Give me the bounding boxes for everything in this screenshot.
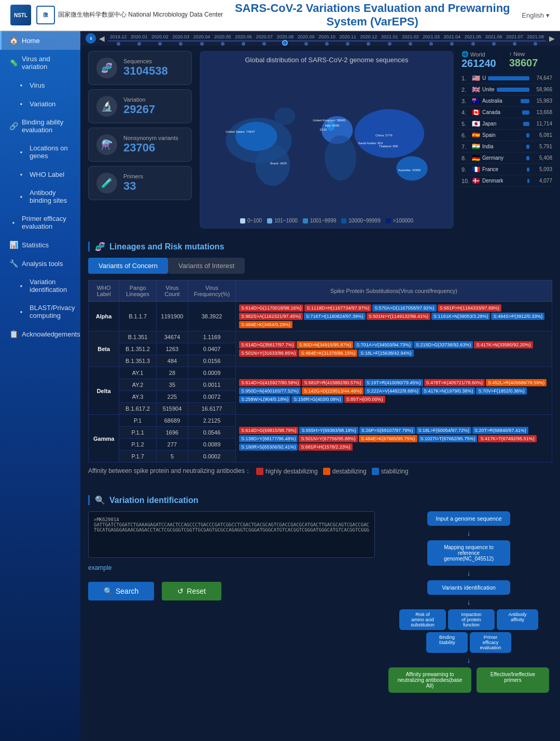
pango-cell: P.1 <box>119 415 157 427</box>
sidebar-item-acknowledgements[interactable]: 📋 Acknowledgements <box>0 325 80 343</box>
col-spike: Spike Protein Substitutions(Virus count/… <box>236 281 552 302</box>
spike-chip-6: S:142G>D(229513/44.46%) <box>302 387 363 395</box>
timeline-dot-11[interactable] <box>338 38 358 48</box>
spike-chip-0: S:614D>G(415927/80.58%) <box>239 379 301 386</box>
language-selector[interactable]: English ▾ <box>522 11 550 19</box>
sidebar-item-binding-ability[interactable]: 🔗 Binding ability evaluation <box>0 113 80 139</box>
example-link[interactable]: example <box>88 564 375 571</box>
spike-chip-1: S:681P>R(415882/80.57%) <box>302 379 363 386</box>
freq-cell: 16.6177 <box>188 403 235 415</box>
rank-count-9: 4,077 <box>531 178 552 184</box>
svg-text:Brazil: 3425: Brazil: 3425 <box>270 162 287 165</box>
sidebar-label-variation: Variation <box>30 100 55 108</box>
sidebar-label-statistics: Statistics <box>22 241 49 249</box>
sequences-card: 🧬 Sequences 3104538 <box>88 51 192 85</box>
affinity-legend: Affinity between spike protein and neutr… <box>88 463 552 480</box>
table-row: BetaB.1.351346741.1169S:614D>G(35617/97.… <box>89 331 552 343</box>
rank-bar-4 <box>523 122 529 126</box>
stats-map-section: 🧬 Sequences 3104538 🔬 Variation 29267 <box>80 46 560 234</box>
timeline-dot-0[interactable] <box>108 38 129 48</box>
freq-cell: 0.0011 <box>188 379 235 391</box>
pango-cell: B.1.351.2 <box>119 343 157 355</box>
rank-bar-6 <box>526 145 529 149</box>
sidebar-item-analysis-tools[interactable]: 🔧 Analysis tools <box>0 254 80 273</box>
home-icon: 🏠 <box>9 36 18 45</box>
timeline-dot-7[interactable] <box>254 38 275 48</box>
timeline-dot-20[interactable] <box>525 38 546 48</box>
variation-label: Variation <box>123 96 155 103</box>
timeline-dot-14[interactable] <box>400 38 421 48</box>
ranking-row-4: 5. 🇯🇵 Japan 11,714 <box>461 118 552 130</box>
stabilizing-label: stabilizing <box>381 468 409 475</box>
sequences-icon: 🧬 <box>96 58 117 78</box>
timeline-dot-13[interactable] <box>379 38 400 48</box>
timeline-prev[interactable]: ◀ <box>99 34 105 43</box>
rank-count-1: 58,966 <box>531 87 552 92</box>
genome-input-area: >MK629014GATTGATCTGGATCTGAAAGAGATCCAACTC… <box>88 511 375 693</box>
reset-button[interactable]: ↺ Reset <box>162 582 221 600</box>
flow-node-mapping: Mapping sequence toreference genome(NC_0… <box>427 540 510 566</box>
sidebar-item-variation-id[interactable]: ● Variation identification <box>0 273 80 299</box>
sidebar-item-variation[interactable]: ● Variation <box>0 94 80 113</box>
nmdc-logo-icon: 微 <box>36 6 55 24</box>
timeline-dot-17[interactable] <box>463 38 483 48</box>
timeline-dot-19[interactable] <box>504 38 525 48</box>
freq-cell: 2.2125 <box>188 415 235 427</box>
new-icon: ↑ <box>509 51 512 57</box>
timeline-dot-18[interactable] <box>483 38 504 48</box>
sidebar-item-locations[interactable]: ● Locations on genes <box>0 139 80 165</box>
timeline-dot-9[interactable] <box>296 38 316 48</box>
freq-cell: 0.0156 <box>188 355 235 367</box>
search-button[interactable]: 🔍 Search <box>88 582 154 600</box>
sidebar-item-home[interactable]: 🏠 Home <box>0 31 80 50</box>
timeline-dot-6[interactable] <box>233 38 254 48</box>
world-map: Global distribution of SARS-CoV-2 genome… <box>200 51 454 229</box>
sidebar-item-primer-efficacy[interactable]: ● Primer efficacy evaluation <box>0 209 80 235</box>
timeline-dot-8[interactable] <box>275 38 296 48</box>
sidebar-item-virus-variation[interactable]: 🦠 Virus and variation <box>0 50 80 76</box>
genome-text-input[interactable]: >MK629014GATTGATCTGGATCTGAAAGAGATCCAACTC… <box>88 511 375 558</box>
flow-node-input: Input a genome sequence <box>427 511 510 526</box>
tab-variants-interest[interactable]: Variants of Interest <box>168 258 245 274</box>
rank-num-1: 2. <box>461 87 470 93</box>
play-button[interactable]: ⏸ <box>86 33 96 44</box>
rank-bar-8 <box>527 167 529 172</box>
sidebar-label-virus-variation: Virus and variation <box>22 55 73 71</box>
rank-country-8: France <box>482 166 525 172</box>
spike-chip-3: S:18L>F(60054/97.72%) <box>416 427 471 434</box>
sidebar-item-blast[interactable]: ● BLAST/Privacy computing <box>0 299 80 325</box>
rankings-header: 🌐 World 261240 ↑ New 38607 <box>461 51 552 69</box>
sidebar-item-who-label[interactable]: ● WHO Label <box>0 165 80 184</box>
count-cell: 34674 <box>156 331 188 343</box>
rank-count-5: 6,081 <box>531 132 552 138</box>
header: NSTL 微 国家微生物科学数据中心 National Microbiology… <box>0 0 560 31</box>
timeline-next[interactable]: ▶ <box>549 34 555 43</box>
flow-node-binding: BindingStability <box>426 632 468 653</box>
freq-cell: 1.1169 <box>188 331 235 343</box>
timeline-dot-5[interactable] <box>212 38 233 48</box>
rank-count-4: 11,714 <box>531 121 552 127</box>
timeline-dot-4[interactable] <box>191 38 212 48</box>
rank-num-3: 4. <box>461 109 470 116</box>
timeline-dot-2[interactable] <box>149 38 170 48</box>
rank-country-2: Australia <box>482 98 519 104</box>
timeline-dot-3[interactable] <box>171 38 191 48</box>
timeline-dot-15[interactable] <box>421 38 442 48</box>
primers-value: 33 <box>123 179 143 193</box>
timeline-dot-10[interactable] <box>316 38 337 48</box>
svg-text:China: 2779: China: 2779 <box>375 134 393 137</box>
sidebar-item-statistics[interactable]: 📊 Statistics <box>0 235 80 254</box>
timeline-dot-12[interactable] <box>358 38 379 48</box>
rank-count-6: 5,791 <box>531 144 552 149</box>
sidebar-item-antibody[interactable]: ● Antibody binding sites <box>0 184 80 209</box>
rank-count-2: 15,983 <box>531 98 552 104</box>
timeline-dot-16[interactable] <box>442 38 463 48</box>
spike-chip-4: S:417K>N(33580/92.20%) <box>474 341 533 348</box>
sidebar-item-virus[interactable]: ● Virus <box>0 76 80 94</box>
tab-variants-concern[interactable]: Variants of Concern <box>88 258 168 274</box>
timeline-dot-1[interactable] <box>129 38 149 48</box>
spike-chip-4: S:452L>R(405686/78.59%) <box>486 379 547 386</box>
spike-chip-2: S:26P>S(69107/97.79%) <box>359 427 415 434</box>
rank-flag-5: 🇪🇸 <box>472 131 480 139</box>
spike-chip-7: S:18L>F(15638/42.94%) <box>358 349 413 357</box>
